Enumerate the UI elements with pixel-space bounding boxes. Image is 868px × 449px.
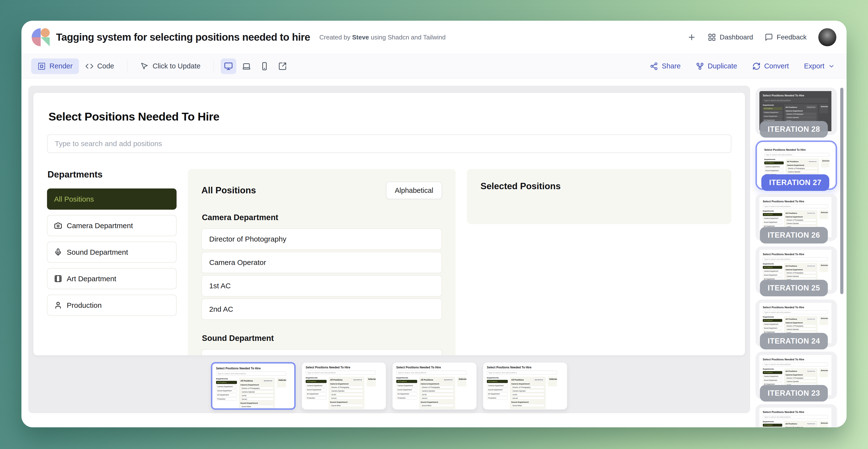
mini-title: Select Positions Needed To Hire — [763, 94, 828, 97]
mini-all-positions: All Positions Alphabetical Camera Depart… — [510, 377, 546, 409]
mini-position-item: Director of Photography — [785, 324, 816, 327]
department-item-camera-department[interactable]: Camera Department — [47, 215, 177, 236]
duplicate-button[interactable]: Duplicate — [696, 62, 737, 70]
dashboard-button[interactable]: Dashboard — [708, 33, 753, 41]
mobile-preview-button[interactable] — [257, 58, 272, 74]
mini-sort-button: Alphabetical — [533, 378, 544, 381]
duplicate-label: Duplicate — [708, 62, 737, 70]
smartphone-icon — [260, 62, 269, 71]
position-item-director-of-photography[interactable]: Director of Photography — [202, 228, 442, 250]
mini-position-item: Camera Operator — [785, 328, 816, 330]
department-label: Art Department — [67, 275, 116, 283]
carousel-thumb-2[interactable]: Select Positions Needed To Hire Type to … — [302, 362, 386, 410]
mini-department-chip: Camera Department — [763, 111, 782, 114]
mini-selected-positions: Selected Positions — [819, 316, 828, 325]
logo-shape-pink — [32, 37, 41, 46]
carousel-thumb-4[interactable]: Select Positions Needed To Hire Type to … — [483, 362, 567, 410]
position-item-2nd-ac[interactable]: 2nd AC — [202, 298, 442, 320]
iteration-card-iteration-27[interactable]: Select Positions Needed To Hire Type to … — [755, 140, 837, 190]
mini-departments-heading: Departments — [763, 368, 782, 370]
mini-department-chip: Camera Department — [306, 384, 327, 387]
mini-position-item: Director of Photography — [787, 167, 817, 169]
mini-position-item: Director of Photography — [330, 386, 363, 389]
mini-selected-positions: Selected Positions — [819, 104, 828, 113]
open-in-new-window-button[interactable] — [275, 58, 290, 74]
sidebar-scrollbar[interactable] — [840, 88, 843, 294]
mini-department-chip: Camera Department — [763, 217, 782, 220]
mini-all-positions: All Positions Alphabetical Camera Depart… — [239, 378, 275, 410]
position-search — [47, 134, 732, 153]
position-item-1st-ac[interactable]: 1st AC — [202, 275, 442, 296]
mini-app-preview: Select Positions Needed To Hire Type to … — [483, 362, 561, 410]
mini-department-chip: Sound Department — [763, 274, 782, 277]
mini-selected-positions: Selected Positions — [819, 263, 828, 272]
plus-icon — [687, 33, 696, 42]
mini-position-item: Director of Photography — [785, 113, 816, 115]
mini-department-chip: All Positions — [216, 381, 237, 384]
departments-column: Departments All PositionsCamera Departme… — [47, 169, 177, 316]
app-preview: Select Positions Needed To Hire Departme… — [33, 93, 745, 355]
mini-group-heading: Camera Department — [785, 268, 816, 270]
header: Tagging system for selecting positions n… — [22, 21, 846, 54]
code-tab[interactable]: Code — [79, 58, 120, 74]
iteration-card-iteration-28[interactable]: Select Positions Needed To Hire Type to … — [755, 88, 837, 135]
iteration-card-iteration-26[interactable]: Select Positions Needed To Hire Type to … — [755, 194, 837, 241]
department-item-sound-department[interactable]: Sound Department — [47, 242, 177, 263]
mini-department-chip: Sound Department — [306, 388, 327, 391]
mini-app-preview: Select Positions Needed To Hire Type to … — [302, 362, 379, 410]
department-item-production[interactable]: Production — [47, 295, 177, 316]
mini-group-heading: Camera Department — [785, 374, 816, 376]
carousel-thumb-1[interactable]: Select Positions Needed To Hire Type to … — [211, 362, 296, 410]
mini-group-heading: Camera Department — [785, 216, 816, 218]
mini-group-heading: Camera Department — [511, 383, 544, 385]
department-item-art-department[interactable]: Art Department — [47, 268, 177, 289]
desktop-preview-button[interactable] — [221, 58, 236, 74]
new-project-button[interactable] — [687, 33, 696, 42]
alphabetical-sort-button[interactable]: Alphabetical — [386, 182, 442, 199]
mini-position-item: 2nd AC — [330, 397, 363, 399]
popout-icon — [278, 62, 287, 71]
render-tab[interactable]: Render — [31, 58, 79, 74]
position-search-input[interactable] — [49, 139, 730, 148]
mini-department-chip: Sound Department — [396, 388, 417, 391]
mini-position-item: Camera Operator — [785, 116, 816, 119]
position-item-sound-mixer[interactable]: Sound Mixer — [202, 349, 442, 355]
mini-department-chip: Sound Department — [763, 221, 782, 224]
byline: Created by Steve using Shadcn and Tailwi… — [319, 34, 445, 41]
microphone-icon — [54, 248, 62, 256]
selected-positions-heading: Selected Positions — [480, 181, 718, 191]
mini-selected-positions: Selected Positions — [457, 377, 466, 386]
iteration-card-iteration-23[interactable]: Select Positions Needed To Hire Type to … — [755, 352, 837, 399]
logo-shape-blue — [32, 28, 41, 37]
mini-department-chip: All Positions — [763, 213, 782, 216]
position-item-camera-operator[interactable]: Camera Operator — [202, 252, 442, 273]
mini-all-positions: All Positions Alphabetical Camera Depart… — [329, 377, 365, 409]
magic-patterns-logo-icon[interactable] — [32, 28, 50, 46]
department-label: Sound Department — [67, 248, 128, 256]
share-button[interactable]: Share — [650, 62, 680, 70]
carousel-thumb-3[interactable]: Select Positions Needed To Hire Type to … — [392, 362, 477, 410]
mini-group-heading: Camera Department — [785, 110, 816, 112]
mini-position-item: Director of Photography — [785, 271, 816, 274]
mini-position-item: Director of Photography — [240, 387, 274, 390]
iteration-card-iteration-24[interactable]: Select Positions Needed To Hire Type to … — [755, 299, 837, 347]
toolbar-divider — [214, 60, 214, 73]
mini-department-chip: Camera Department — [487, 384, 508, 387]
mini-title: Select Positions Needed To Hire — [487, 366, 557, 369]
laptop-preview-button[interactable] — [239, 58, 254, 74]
department-item-all-positions[interactable]: All Positions — [47, 189, 177, 210]
mini-group-heading: Sound Department — [240, 402, 274, 404]
iteration-card-iteration-25[interactable]: Select Positions Needed To Hire Type to … — [755, 247, 837, 294]
mini-department-chip: All Positions — [764, 161, 784, 164]
toolbar: Render Code Click to Update — [22, 54, 846, 78]
mini-departments-heading: Departments — [763, 263, 782, 265]
click-to-update-button[interactable]: Click to Update — [134, 58, 207, 74]
mini-departments: Departments All PositionsCamera Departme… — [487, 377, 508, 400]
iteration-card-partial[interactable]: Select Positions Needed To Hire Type to … — [755, 404, 837, 427]
mini-selected-positions: Selected Positions — [367, 377, 376, 386]
mini-position-item: 2nd AC — [511, 397, 544, 399]
mini-all-positions: All Positions Alphabetical Camera Depart… — [784, 421, 817, 427]
mini-search: Type to search and add positions — [216, 372, 286, 376]
mini-position-item: 1st AC — [240, 394, 274, 397]
camera-icon — [54, 222, 62, 230]
